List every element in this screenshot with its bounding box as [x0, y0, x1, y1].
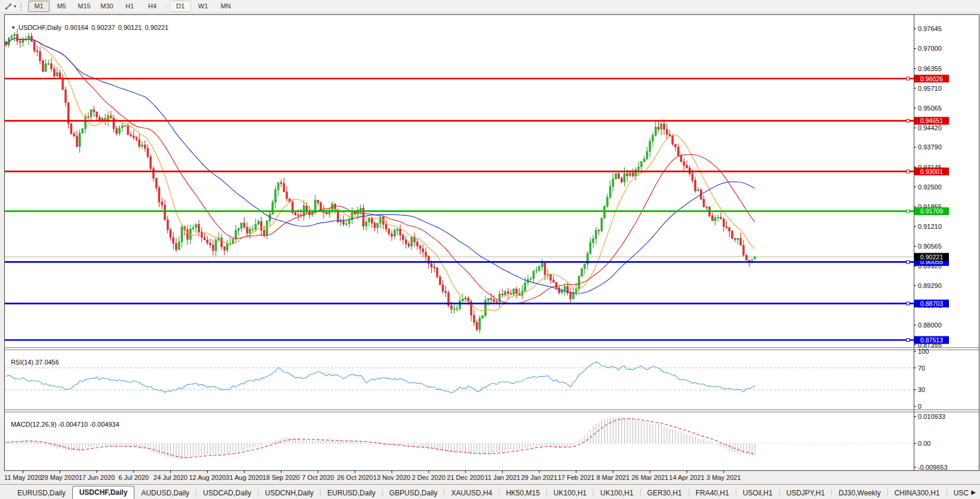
candle — [649, 142, 651, 152]
chart-tab-ger30-h1[interactable]: GER30,H1 — [641, 487, 689, 499]
candle — [42, 61, 44, 72]
x-axis-date-label: 31 Aug 2020 — [226, 474, 263, 481]
dropdown-caret-icon[interactable]: ▾ — [14, 4, 16, 9]
x-axis-date-label: 24 Jul 2020 — [153, 474, 188, 481]
chart-tab-eurusd-daily[interactable]: EURUSD,Daily — [11, 487, 72, 499]
chart-tab-xauusd-h4[interactable]: XAUUSD,H4 — [444, 487, 499, 499]
candle — [263, 231, 265, 235]
chart-tab-uk100-h1[interactable]: UK100,H1 — [547, 487, 593, 499]
candle — [703, 199, 705, 207]
candle — [391, 234, 393, 236]
chart-tab-audusd-daily[interactable]: AUDUSD,Daily — [134, 487, 196, 499]
candle — [11, 36, 13, 38]
hline-handle[interactable] — [907, 261, 910, 264]
candle — [743, 245, 745, 255]
candle — [73, 134, 75, 136]
timeframe-m15-button[interactable]: M15 — [73, 1, 95, 12]
candle — [530, 278, 532, 279]
hline-handle[interactable] — [907, 170, 910, 173]
candle — [70, 124, 72, 134]
y-axis-tick-label: 0.97000 — [918, 45, 942, 52]
y-axis-tick-label: 0.90565 — [918, 243, 942, 250]
timeframe-m5-button[interactable]: M5 — [51, 1, 72, 12]
candle — [732, 231, 733, 238]
hline-handle[interactable] — [907, 120, 910, 123]
timeframe-w1-button[interactable]: W1 — [192, 1, 214, 12]
chart-tab-usdcad-daily[interactable]: USDCAD,Daily — [196, 487, 258, 499]
candle — [394, 231, 395, 237]
candle — [629, 173, 631, 176]
candle — [192, 228, 194, 229]
candle — [59, 73, 61, 78]
timeframe-h4-button[interactable]: H4 — [142, 1, 163, 12]
candle — [201, 232, 202, 237]
candle — [555, 282, 557, 287]
chart-tab-gbpusd-daily[interactable]: GBPUSD,Daily — [383, 487, 444, 499]
candle — [405, 240, 407, 244]
x-axis-date-label: 6 Jul 2020 — [118, 474, 149, 481]
price-tag-0.91709-text: 0.91709 — [920, 207, 943, 215]
x-axis-date-label: 14 Apr 2021 — [669, 474, 704, 481]
chart-tab-uk100-h1[interactable]: UK100,H1 — [594, 487, 640, 499]
ohlc-high: 0.90237 — [91, 24, 115, 31]
window-menu-icon[interactable]: ▼ — [11, 25, 16, 30]
hline-handle[interactable] — [907, 210, 910, 213]
symbol-period-label: USDCHF,Daily — [19, 24, 62, 31]
chart-tab-usoil-h1[interactable]: USOil,H1 — [736, 487, 779, 499]
candle — [22, 40, 24, 42]
x-axis-date-label: 11 May 2020 — [4, 474, 42, 481]
x-axis-date-label: 7 Oct 2020 — [302, 474, 334, 481]
candle — [740, 238, 742, 246]
hline-handle[interactable] — [907, 339, 910, 342]
panel-splitter[interactable] — [4, 410, 979, 412]
hline-handle[interactable] — [907, 302, 910, 305]
chart-canvas[interactable]: 0.976450.970000.963550.957100.950650.944… — [0, 13, 980, 484]
timeframe-mn-button[interactable]: MN — [215, 1, 236, 12]
candle — [558, 287, 560, 292]
candle — [317, 200, 319, 203]
rsi-indicator-label: RSI(14) 37.0456 — [7, 351, 59, 366]
candle — [745, 255, 747, 260]
candle — [536, 270, 537, 271]
timeframe-m1-button[interactable]: M1 — [28, 1, 50, 12]
candle — [64, 90, 66, 103]
crosshair-tool-button[interactable]: ▾ — [3, 2, 17, 11]
candle — [244, 223, 245, 227]
candle — [252, 229, 254, 229]
chart-tab-usdcnh-daily[interactable]: USDCNH,Daily — [259, 487, 320, 499]
chart-tab-dj30-weekly[interactable]: DJ30,Weekly — [832, 487, 887, 499]
price-tag-0.94651-text: 0.94651 — [920, 117, 943, 124]
timeframe-m30-button[interactable]: M30 — [96, 1, 118, 12]
candle — [119, 128, 121, 134]
panel-splitter[interactable] — [4, 348, 979, 350]
tab-scroll-right-button[interactable]: ▶ — [971, 489, 976, 495]
x-axis-date-label: 18 Sep 2020 — [263, 474, 300, 481]
candle — [238, 228, 239, 230]
chart-tab-eurusd-daily[interactable]: EURUSD,Daily — [321, 487, 382, 499]
candle — [683, 162, 685, 166]
chart-tab-hk50-m15[interactable]: HK50,M15 — [499, 487, 546, 499]
candle — [476, 323, 478, 330]
trendline-tool-icon — [4, 2, 13, 11]
candle — [403, 235, 404, 240]
timeframe-d1-button[interactable]: D1 — [170, 1, 191, 12]
hline-handle[interactable] — [907, 77, 910, 80]
y-axis-tick-label: 0.88000 — [918, 322, 942, 329]
candle — [638, 167, 640, 170]
candle — [652, 136, 654, 142]
candle — [672, 136, 674, 144]
candle — [490, 299, 492, 300]
chart-tab-usdjpy-h1[interactable]: USDJPY,H1 — [780, 487, 831, 499]
chart-tab-fra40-h1[interactable]: FRA40,H1 — [689, 487, 736, 499]
candle — [142, 145, 143, 146]
price-tag-0.88703-text: 0.88703 — [920, 300, 943, 307]
candle — [39, 51, 41, 60]
rsi-axis-label: 100 — [918, 348, 929, 355]
chart-tab-china300-h1[interactable]: CHINA300,H1 — [888, 487, 947, 499]
candle — [408, 244, 410, 246]
candle — [30, 36, 32, 42]
candle — [87, 117, 89, 118]
chart-tab-usdchf-daily[interactable]: USDCHF,Daily — [72, 486, 135, 499]
candle — [178, 242, 180, 250]
timeframe-h1-button[interactable]: H1 — [119, 1, 140, 12]
